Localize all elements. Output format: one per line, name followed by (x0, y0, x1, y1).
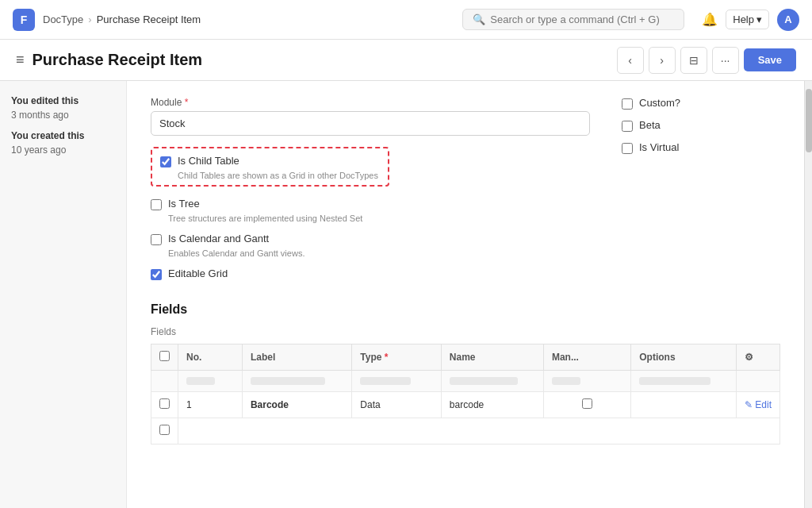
custom-label: Custom? (639, 97, 680, 109)
more-button[interactable]: ··· (712, 47, 739, 74)
module-label: Module * (151, 97, 590, 108)
partial-cb[interactable] (151, 418, 178, 444)
fields-section: Fields Fields No. Label Type * Name Man.… (151, 302, 780, 444)
page-scrollbar[interactable] (804, 81, 812, 508)
breadcrumb-doctype[interactable]: DocType (43, 13, 83, 25)
th-select-all[interactable] (151, 344, 178, 371)
is-tree-label: Is Tree (168, 198, 200, 210)
select-all-checkbox[interactable] (159, 351, 170, 361)
edit-link[interactable]: ✎ Edit (745, 399, 772, 410)
scrollbar-thumb[interactable] (806, 89, 812, 152)
th-label: Label (242, 344, 351, 371)
is-child-table-desc: Child Tables are shown as a Grid in othe… (178, 171, 378, 180)
page-header-right: ‹ › ⊟ ··· Save (617, 47, 796, 74)
page-header-left: ≡ Purchase Receipt Item (16, 51, 202, 69)
is-calendar-desc: Enables Calendar and Gantt views. (168, 248, 590, 258)
editable-grid-checkbox[interactable] (151, 269, 162, 280)
prev-button[interactable]: ‹ (617, 47, 644, 74)
row-man-checkbox[interactable] (582, 398, 592, 409)
save-button[interactable]: Save (744, 48, 796, 71)
row-select-checkbox[interactable] (159, 398, 170, 409)
is-virtual-row: Is Virtual (622, 141, 780, 154)
is-tree-checkbox[interactable] (151, 199, 162, 210)
app-logo[interactable]: F (13, 9, 35, 31)
help-label: Help (733, 13, 754, 25)
edit-pencil-icon: ✎ (745, 399, 753, 410)
th-no: No. (178, 344, 243, 371)
page-header: ≡ Purchase Receipt Item ‹ › ⊟ ··· Save (0, 40, 812, 81)
beta-label: Beta (639, 119, 661, 131)
module-group: Module * (151, 97, 590, 136)
partial-content (178, 418, 780, 444)
row-label: Barcode (242, 392, 351, 418)
custom-row: Custom? (622, 97, 780, 110)
edit-label: Edit (755, 399, 772, 410)
row-name: barcode (441, 392, 543, 418)
module-input[interactable] (151, 111, 590, 136)
is-calendar-group: Is Calendar and Gantt Enables Calendar a… (151, 233, 590, 258)
sidebar: You edited this 3 months ago You created… (0, 81, 127, 508)
placeholder-man (543, 371, 630, 392)
bell-icon[interactable]: 🔔 (702, 12, 718, 27)
th-options: Options (631, 344, 737, 371)
breadcrumb: DocType › Purchase Receipt Item (43, 13, 201, 25)
help-button[interactable]: Help ▾ (726, 10, 769, 29)
breadcrumb-current: Purchase Receipt Item (97, 13, 201, 25)
fields-heading: Fields (151, 302, 780, 317)
is-tree-row: Is Tree (151, 198, 590, 210)
placeholder-no (178, 371, 243, 392)
search-input[interactable] (490, 13, 674, 25)
th-type: Type * (352, 344, 442, 371)
table-row: 1 Barcode Data barcode ✎ Edit (151, 392, 780, 418)
partial-select-checkbox[interactable] (159, 425, 170, 435)
layout: You edited this 3 months ago You created… (0, 81, 812, 508)
fields-sublabel: Fields (151, 326, 780, 337)
is-child-table-label: Is Child Table (178, 155, 239, 167)
breadcrumb-sep-1: › (88, 13, 91, 25)
row-edit[interactable]: ✎ Edit (737, 392, 780, 418)
is-child-table-checkbox[interactable] (160, 156, 171, 167)
created-time: 10 years ago (11, 144, 66, 156)
search-icon: 🔍 (473, 13, 485, 25)
edited-time: 3 months ago (11, 110, 69, 121)
beta-checkbox[interactable] (622, 121, 633, 132)
child-table-highlight: Is Child Table Child Tables are shown as… (151, 147, 389, 187)
editable-grid-row: Editable Grid (151, 267, 590, 280)
edited-who: You edited this (11, 95, 79, 106)
is-virtual-label: Is Virtual (639, 141, 679, 153)
is-tree-desc: Tree structures are implemented using Ne… (168, 214, 590, 223)
th-man: Man... (543, 344, 630, 371)
is-calendar-label: Is Calendar and Gantt (168, 233, 269, 244)
th-name: Name (441, 344, 543, 371)
th-gear[interactable]: ⚙ (737, 344, 780, 371)
main-content: Module * Is Child Table Child Tables are… (127, 81, 804, 508)
custom-checkbox[interactable] (622, 98, 633, 110)
is-virtual-checkbox[interactable] (622, 143, 633, 154)
placeholder-gear (737, 371, 780, 392)
table-header: No. Label Type * Name Man... Options ⚙ (151, 344, 780, 371)
is-calendar-row: Is Calendar and Gantt (151, 233, 590, 245)
created-who: You created this (11, 130, 84, 141)
is-calendar-checkbox[interactable] (151, 234, 162, 245)
is-child-table-row: Is Child Table (160, 155, 378, 167)
edited-entry: You edited this 3 months ago (11, 94, 115, 122)
search-box[interactable]: 🔍 (462, 9, 684, 30)
hamburger-icon[interactable]: ≡ (16, 52, 25, 68)
table-row-partial (151, 418, 780, 444)
fields-table: No. Label Type * Name Man... Options ⚙ (151, 344, 780, 444)
avatar[interactable]: A (777, 9, 799, 31)
row-cb[interactable] (151, 392, 178, 418)
top-nav: F DocType › Purchase Receipt Item 🔍 🔔 He… (0, 0, 812, 40)
print-button[interactable]: ⊟ (680, 47, 707, 74)
placeholder-name (441, 371, 543, 392)
placeholder-cb (151, 371, 178, 392)
table-body: 1 Barcode Data barcode ✎ Edit (151, 371, 780, 444)
right-checks: Custom? Beta Is Virtual (622, 97, 780, 157)
row-options (631, 392, 737, 418)
nav-right: 🔔 Help ▾ A (702, 9, 799, 31)
page-title: Purchase Receipt Item (33, 51, 203, 69)
row-type: Data (352, 392, 442, 418)
next-button[interactable]: › (649, 47, 676, 74)
row-no: 1 (178, 392, 243, 418)
created-entry: You created this 10 years ago (11, 129, 115, 157)
